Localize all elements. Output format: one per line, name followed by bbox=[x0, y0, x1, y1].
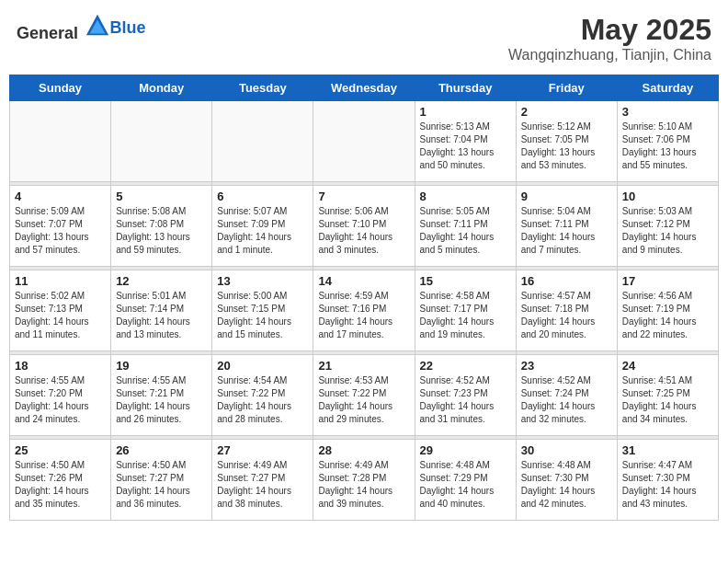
day-number: 29 bbox=[420, 443, 511, 457]
day-number: 1 bbox=[420, 105, 511, 119]
day-info: Sunrise: 5:00 AMSunset: 7:15 PMDaylight:… bbox=[217, 290, 308, 341]
day-number: 2 bbox=[521, 105, 612, 119]
table-row: 13Sunrise: 5:00 AMSunset: 7:15 PMDayligh… bbox=[212, 270, 313, 351]
day-info: Sunrise: 4:56 AMSunset: 7:19 PMDaylight:… bbox=[622, 290, 713, 341]
day-number: 15 bbox=[420, 274, 511, 288]
logo: General Blue bbox=[17, 13, 146, 43]
day-info: Sunrise: 4:54 AMSunset: 7:22 PMDaylight:… bbox=[217, 374, 308, 426]
calendar-week-row: 1Sunrise: 5:13 AMSunset: 7:04 PMDaylight… bbox=[10, 101, 719, 182]
day-info: Sunrise: 5:12 AMSunset: 7:05 PMDaylight:… bbox=[521, 121, 612, 172]
day-number: 11 bbox=[15, 274, 106, 288]
table-row: 31Sunrise: 4:47 AMSunset: 7:30 PMDayligh… bbox=[617, 440, 718, 521]
day-number: 10 bbox=[622, 190, 713, 203]
table-row: 7Sunrise: 5:06 AMSunset: 7:10 PMDaylight… bbox=[313, 186, 415, 267]
day-number: 20 bbox=[217, 359, 308, 373]
table-row: 11Sunrise: 5:02 AMSunset: 7:13 PMDayligh… bbox=[10, 270, 111, 351]
table-row: 14Sunrise: 4:59 AMSunset: 7:16 PMDayligh… bbox=[313, 270, 415, 351]
logo-icon bbox=[85, 13, 110, 39]
day-number: 27 bbox=[217, 443, 308, 457]
day-info: Sunrise: 5:13 AMSunset: 7:04 PMDaylight:… bbox=[420, 121, 511, 172]
day-number: 13 bbox=[217, 274, 308, 288]
day-number: 19 bbox=[116, 359, 207, 373]
day-number: 4 bbox=[15, 190, 106, 203]
header-saturday: Saturday bbox=[617, 75, 718, 101]
day-number: 21 bbox=[318, 359, 409, 373]
table-row: 17Sunrise: 4:56 AMSunset: 7:19 PMDayligh… bbox=[617, 270, 718, 351]
day-info: Sunrise: 5:04 AMSunset: 7:11 PMDaylight:… bbox=[521, 205, 612, 257]
table-row: 4Sunrise: 5:09 AMSunset: 7:07 PMDaylight… bbox=[10, 186, 111, 267]
calendar-week-row: 25Sunrise: 4:50 AMSunset: 7:26 PMDayligh… bbox=[10, 440, 719, 521]
table-row: 1Sunrise: 5:13 AMSunset: 7:04 PMDaylight… bbox=[415, 101, 516, 182]
table-row: 25Sunrise: 4:50 AMSunset: 7:26 PMDayligh… bbox=[10, 440, 111, 521]
page-header: General Blue May 2025 Wangqinzhuang, Tia… bbox=[9, 9, 719, 67]
day-number: 18 bbox=[15, 359, 106, 373]
table-row: 8Sunrise: 5:05 AMSunset: 7:11 PMDaylight… bbox=[415, 186, 516, 267]
logo-general: General bbox=[17, 24, 78, 42]
table-row: 10Sunrise: 5:03 AMSunset: 7:12 PMDayligh… bbox=[617, 186, 718, 267]
header-thursday: Thursday bbox=[415, 75, 516, 101]
calendar-week-row: 4Sunrise: 5:09 AMSunset: 7:07 PMDaylight… bbox=[10, 186, 719, 267]
day-info: Sunrise: 4:50 AMSunset: 7:27 PMDaylight:… bbox=[116, 459, 207, 511]
day-info: Sunrise: 4:52 AMSunset: 7:23 PMDaylight:… bbox=[420, 374, 511, 426]
table-row: 16Sunrise: 4:57 AMSunset: 7:18 PMDayligh… bbox=[516, 270, 617, 351]
day-number: 28 bbox=[318, 443, 409, 457]
day-info: Sunrise: 4:55 AMSunset: 7:20 PMDaylight:… bbox=[15, 374, 106, 426]
header-tuesday: Tuesday bbox=[212, 75, 313, 101]
table-row bbox=[212, 101, 313, 182]
day-info: Sunrise: 4:48 AMSunset: 7:29 PMDaylight:… bbox=[420, 459, 511, 511]
table-row: 24Sunrise: 4:51 AMSunset: 7:25 PMDayligh… bbox=[617, 355, 718, 436]
day-info: Sunrise: 5:06 AMSunset: 7:10 PMDaylight:… bbox=[318, 205, 409, 257]
table-row: 27Sunrise: 4:49 AMSunset: 7:27 PMDayligh… bbox=[212, 440, 313, 521]
logo-blue: Blue bbox=[110, 18, 146, 37]
table-row bbox=[111, 101, 212, 182]
table-row: 6Sunrise: 5:07 AMSunset: 7:09 PMDaylight… bbox=[212, 186, 313, 267]
table-row: 20Sunrise: 4:54 AMSunset: 7:22 PMDayligh… bbox=[212, 355, 313, 436]
table-row bbox=[10, 101, 111, 182]
calendar-table: Sunday Monday Tuesday Wednesday Thursday… bbox=[9, 75, 719, 521]
day-number: 6 bbox=[217, 190, 308, 203]
table-row: 28Sunrise: 4:49 AMSunset: 7:28 PMDayligh… bbox=[313, 440, 415, 521]
header-monday: Monday bbox=[111, 75, 212, 101]
title-section: May 2025 Wangqinzhuang, Tianjin, China bbox=[508, 13, 711, 63]
calendar-week-row: 11Sunrise: 5:02 AMSunset: 7:13 PMDayligh… bbox=[10, 270, 719, 351]
table-row bbox=[313, 101, 415, 182]
day-info: Sunrise: 4:49 AMSunset: 7:27 PMDaylight:… bbox=[217, 459, 308, 511]
day-number: 12 bbox=[116, 274, 207, 288]
day-number: 3 bbox=[622, 105, 713, 119]
table-row: 21Sunrise: 4:53 AMSunset: 7:22 PMDayligh… bbox=[313, 355, 415, 436]
table-row: 26Sunrise: 4:50 AMSunset: 7:27 PMDayligh… bbox=[111, 440, 212, 521]
day-info: Sunrise: 4:48 AMSunset: 7:30 PMDaylight:… bbox=[521, 459, 612, 511]
day-info: Sunrise: 4:52 AMSunset: 7:24 PMDaylight:… bbox=[521, 374, 612, 426]
day-info: Sunrise: 4:59 AMSunset: 7:16 PMDaylight:… bbox=[318, 290, 409, 341]
day-number: 25 bbox=[15, 443, 106, 457]
day-number: 31 bbox=[622, 443, 713, 457]
day-info: Sunrise: 4:50 AMSunset: 7:26 PMDaylight:… bbox=[15, 459, 106, 511]
header-wednesday: Wednesday bbox=[313, 75, 415, 101]
day-info: Sunrise: 4:51 AMSunset: 7:25 PMDaylight:… bbox=[622, 374, 713, 426]
header-sunday: Sunday bbox=[10, 75, 111, 101]
day-number: 24 bbox=[622, 359, 713, 373]
table-row: 18Sunrise: 4:55 AMSunset: 7:20 PMDayligh… bbox=[10, 355, 111, 436]
day-info: Sunrise: 5:08 AMSunset: 7:08 PMDaylight:… bbox=[116, 205, 207, 257]
day-number: 17 bbox=[622, 274, 713, 288]
table-row: 15Sunrise: 4:58 AMSunset: 7:17 PMDayligh… bbox=[415, 270, 516, 351]
day-number: 22 bbox=[420, 359, 511, 373]
weekday-header-row: Sunday Monday Tuesday Wednesday Thursday… bbox=[10, 75, 719, 101]
day-number: 9 bbox=[521, 190, 612, 203]
day-info: Sunrise: 4:57 AMSunset: 7:18 PMDaylight:… bbox=[521, 290, 612, 341]
day-info: Sunrise: 5:01 AMSunset: 7:14 PMDaylight:… bbox=[116, 290, 207, 341]
table-row: 19Sunrise: 4:55 AMSunset: 7:21 PMDayligh… bbox=[111, 355, 212, 436]
table-row: 12Sunrise: 5:01 AMSunset: 7:14 PMDayligh… bbox=[111, 270, 212, 351]
calendar-week-row: 18Sunrise: 4:55 AMSunset: 7:20 PMDayligh… bbox=[10, 355, 719, 436]
day-info: Sunrise: 5:03 AMSunset: 7:12 PMDaylight:… bbox=[622, 205, 713, 257]
day-info: Sunrise: 4:55 AMSunset: 7:21 PMDaylight:… bbox=[116, 374, 207, 426]
table-row: 3Sunrise: 5:10 AMSunset: 7:06 PMDaylight… bbox=[617, 101, 718, 182]
table-row: 30Sunrise: 4:48 AMSunset: 7:30 PMDayligh… bbox=[516, 440, 617, 521]
day-number: 26 bbox=[116, 443, 207, 457]
table-row: 22Sunrise: 4:52 AMSunset: 7:23 PMDayligh… bbox=[415, 355, 516, 436]
table-row: 5Sunrise: 5:08 AMSunset: 7:08 PMDaylight… bbox=[111, 186, 212, 267]
table-row: 9Sunrise: 5:04 AMSunset: 7:11 PMDaylight… bbox=[516, 186, 617, 267]
day-number: 14 bbox=[318, 274, 409, 288]
day-number: 23 bbox=[521, 359, 612, 373]
day-info: Sunrise: 5:07 AMSunset: 7:09 PMDaylight:… bbox=[217, 205, 308, 257]
